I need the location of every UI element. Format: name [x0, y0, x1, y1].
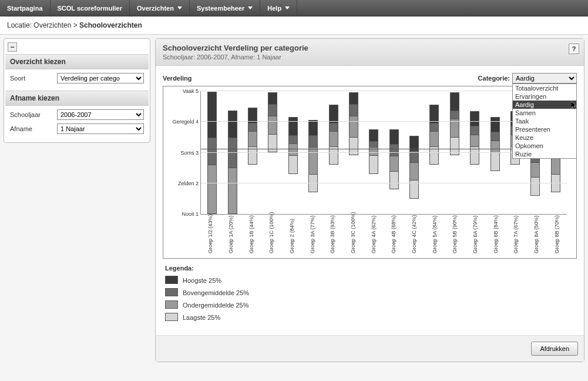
- x-tick-label: Groep 3A (77%): [302, 215, 322, 256]
- dropdown-option[interactable]: Keuze: [513, 133, 576, 142]
- bar-segment-q3: [228, 138, 237, 169]
- schooljaar-label: Schooljaar: [10, 111, 57, 118]
- bar-segment-q3: [429, 123, 439, 132]
- bar-segment-q3: [288, 135, 298, 145]
- bar-segment-q2: [268, 116, 277, 135]
- bar-segment-q3: [207, 138, 217, 165]
- legend-label: Bovengemiddelde 25%: [183, 289, 249, 296]
- print-button[interactable]: Afdrukken: [531, 342, 578, 356]
- bar-segment-q3: [308, 135, 318, 148]
- top-nav: StartpaginaSCOL scoreformulierOverzichte…: [0, 0, 588, 16]
- bar: [308, 121, 318, 192]
- bar-segment-q2: [429, 131, 439, 146]
- x-tick-label: Groep 4C (42%): [404, 215, 425, 256]
- x-tick-label: Groep 1B (44%): [241, 215, 261, 256]
- bar-segment-q2: [308, 147, 318, 175]
- afname-label: Afname: [10, 125, 57, 132]
- nav-item-scol-scoreformulier[interactable]: SCOL scoreformulier: [51, 0, 130, 16]
- panel-header-overzicht-kiezen: Overzicht kiezen: [5, 54, 149, 69]
- x-tick-label: Groep 6A (79%): [465, 215, 486, 256]
- nav-item-help[interactable]: Help: [260, 0, 297, 16]
- dropdown-option[interactable]: Ervaringen: [513, 92, 576, 101]
- bar-column: [222, 91, 242, 214]
- dropdown-option[interactable]: Aardig: [513, 101, 576, 109]
- afname-select[interactable]: 1 Najaar: [57, 123, 144, 134]
- bar-column: [404, 91, 424, 214]
- bar: [268, 93, 277, 152]
- legend: Legenda: Hoogste 25%Bovengemiddelde 25%O…: [163, 259, 577, 328]
- bar-segment-q4: [207, 92, 217, 138]
- bar-column: [263, 91, 283, 214]
- bar-segment-q1: [288, 155, 298, 174]
- dropdown-option[interactable]: Taak: [513, 117, 576, 125]
- chevron-down-icon: [285, 6, 290, 9]
- bar-segment-q4: [329, 105, 338, 123]
- nav-item-startpagina[interactable]: Startpagina: [0, 0, 51, 16]
- bar-segment-q3: [329, 123, 338, 132]
- bar: [207, 92, 217, 214]
- x-tick-label: Groep 1/2 (43%): [200, 215, 221, 256]
- categorie-select[interactable]: Aardig: [512, 73, 577, 83]
- bar-segment-q4: [369, 129, 378, 142]
- bar-segment-q4: [470, 111, 479, 126]
- soort-select[interactable]: Verdeling per catego: [57, 73, 144, 83]
- x-tick-label: Groep 5A (84%): [424, 215, 445, 256]
- bar-segment-q3: [450, 111, 459, 120]
- bar: [429, 105, 439, 165]
- x-tick-label: Groep 4A (62%): [363, 215, 384, 256]
- bar-segment-q3: [268, 104, 277, 116]
- bar-segment-q4: [450, 92, 459, 111]
- bar-segment-q4: [389, 129, 399, 145]
- bar-segment-q3: [349, 104, 358, 116]
- dropdown-option[interactable]: Samen: [513, 109, 576, 117]
- bar: [248, 108, 257, 165]
- dropdown-option[interactable]: Ruzie: [513, 150, 576, 158]
- legend-item: Ondergemiddelde 25%: [165, 301, 574, 309]
- bar-column: [384, 91, 404, 214]
- bar-segment-q2: [369, 147, 378, 156]
- main-header: Schooloverzicht Verdeling per categorie …: [156, 39, 584, 66]
- bar-segment-q2: [349, 116, 358, 138]
- bar-column: [303, 91, 323, 214]
- bar-segment-q3: [490, 132, 500, 141]
- y-tick-label: Geregeld 4: [172, 119, 201, 125]
- legend-swatch: [165, 288, 178, 296]
- categorie-dropdown: TotaaloverzichtErvaringenAardigSamenTaak…: [512, 83, 577, 159]
- bar-column: [323, 91, 343, 214]
- breadcrumb-prefix: Locatie: Overzichten >: [7, 21, 79, 29]
- bar-column: [364, 91, 384, 214]
- bar-segment-q2: [207, 165, 217, 214]
- bar: [490, 118, 500, 171]
- legend-swatch: [165, 313, 178, 321]
- bar-segment-q1: [389, 171, 399, 190]
- bar: [288, 118, 298, 174]
- schooljaar-select[interactable]: 2006-2007: [57, 109, 144, 120]
- bar-segment-q4: [429, 105, 439, 123]
- chevron-down-icon: [248, 6, 253, 9]
- bar: [450, 93, 459, 155]
- bar-segment-q2: [288, 143, 298, 156]
- y-tick-label: Soms 3: [180, 150, 201, 156]
- bar-segment-q3: [389, 144, 399, 156]
- bar-column: [424, 91, 444, 214]
- dropdown-option[interactable]: Presenteren: [513, 125, 576, 133]
- nav-item-systeembeheer[interactable]: Systeembeheer: [190, 0, 260, 16]
- nav-item-overzichten[interactable]: Overzichten: [130, 0, 190, 16]
- breadcrumb: Locatie: Overzichten > Schooloverzichten: [0, 16, 588, 35]
- bar-column: [243, 91, 263, 214]
- bar-column: [344, 91, 364, 214]
- breadcrumb-current: Schooloverzichten: [79, 21, 142, 29]
- bar-segment-q4: [288, 117, 298, 136]
- collapse-button[interactable]: −: [8, 42, 17, 52]
- x-tick-label: Groep 8B (70%): [546, 215, 567, 256]
- help-button[interactable]: ?: [569, 44, 579, 54]
- bar-segment-q2: [409, 162, 419, 181]
- legend-swatch: [165, 300, 178, 309]
- x-tick-label: Groep 4B (68%): [384, 215, 404, 256]
- legend-item: Laagste 25%: [165, 313, 574, 321]
- dropdown-option[interactable]: Opkomen: [513, 142, 576, 150]
- y-tick-label: Zelden 2: [178, 181, 201, 186]
- legend-label: Hoogste 25%: [183, 277, 221, 284]
- dropdown-option[interactable]: Totaaloverzicht: [513, 84, 576, 92]
- bar: [470, 112, 479, 165]
